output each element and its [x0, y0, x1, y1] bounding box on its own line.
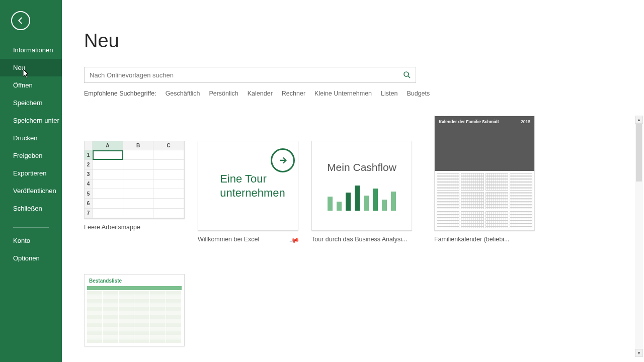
nav-schliessen[interactable]: Schließen: [0, 200, 62, 217]
template-blank-workbook[interactable]: A B C 1 2 3 4 5 6 7 Leere Arbeitsmappe: [84, 141, 185, 231]
back-arrow-icon: [16, 16, 25, 25]
template-inventory-list[interactable]: Bestandsliste: [84, 274, 185, 346]
suggested-link-3[interactable]: Rechner: [282, 90, 305, 97]
template-gallery: A B C 1 2 3 4 5 6 7 Leere Arbeitsmappe: [84, 116, 633, 357]
nav-oeffnen[interactable]: Öffnen: [0, 76, 62, 94]
tour-text: Eine Tourunternehmen: [211, 172, 285, 200]
template-label: Tour durch das Business Analysi...: [311, 236, 412, 243]
suggested-link-4[interactable]: Kleine Unternehmen: [314, 90, 372, 97]
template-thumb-inventory: Bestandsliste: [84, 274, 185, 346]
template-family-calendar[interactable]: Kalender der Familie Schmidt 2018 Famili…: [434, 116, 535, 231]
template-label: Familienkalender (beliebi...: [434, 236, 535, 243]
nav-veroeffentlichen[interactable]: Veröffentlichen: [0, 182, 62, 200]
nav-speichern[interactable]: Speichern: [0, 94, 62, 112]
scroll-thumb[interactable]: [636, 124, 642, 182]
suggested-link-0[interactable]: Geschäftlich: [166, 90, 200, 97]
nav-informationen[interactable]: Informationen: [0, 41, 62, 59]
suggested-label: Empfohlene Suchbegriffe:: [84, 90, 156, 97]
template-welcome-tour[interactable]: Eine Tourunternehmen Willkommen bei Exce…: [198, 141, 298, 231]
cash-title: Mein Cashflow: [327, 161, 396, 173]
vertical-scrollbar[interactable]: ▲ ▼: [635, 116, 643, 357]
svg-point-0: [404, 72, 409, 76]
template-label: Willkommen bei Excel: [198, 236, 291, 243]
template-thumb-cash: Mein Cashflow: [311, 141, 412, 231]
template-thumb-tour: Eine Tourunternehmen: [198, 141, 298, 231]
template-search-box[interactable]: [84, 67, 416, 83]
nav-speichern-unter[interactable]: Speichern unter: [0, 112, 62, 129]
backstage-sidebar: Informationen Neu Öffnen Speichern Speic…: [0, 0, 62, 362]
nav-konto[interactable]: Konto: [0, 232, 62, 249]
nav-exportieren[interactable]: Exportieren: [0, 164, 62, 182]
suggested-link-2[interactable]: Kalender: [248, 90, 273, 97]
suggested-link-5[interactable]: Listen: [381, 90, 397, 97]
nav-optionen[interactable]: Optionen: [0, 249, 62, 267]
nav-divider: [13, 227, 49, 228]
bar-chart-icon: [328, 180, 396, 211]
scroll-track[interactable]: [635, 124, 643, 349]
suggested-link-1[interactable]: Persönlich: [209, 90, 238, 97]
nav-neu[interactable]: Neu: [0, 59, 62, 76]
suggested-searches: Empfohlene Suchbegriffe: Geschäftlich Pe…: [84, 90, 644, 97]
template-label: Leere Arbeitsmappe: [84, 224, 185, 231]
template-cashflow-tour[interactable]: Mein Cashflow Tour durch das Business An…: [311, 141, 412, 231]
backstage-nav: Informationen Neu Öffnen Speichern Speic…: [0, 41, 62, 267]
scroll-up-button[interactable]: ▲: [635, 116, 643, 124]
page-title: Neu: [84, 30, 644, 52]
template-thumb-blank: A B C 1 2 3 4 5 6 7: [84, 141, 185, 219]
nav-drucken[interactable]: Drucken: [0, 129, 62, 147]
scroll-down-button[interactable]: ▼: [635, 349, 643, 357]
main-content: Neu Empfohlene Suchbegriffe: Geschäftlic…: [62, 0, 644, 362]
search-icon[interactable]: [403, 70, 412, 79]
search-input[interactable]: [90, 71, 403, 79]
nav-freigeben[interactable]: Freigeben: [0, 147, 62, 164]
back-button[interactable]: [11, 11, 30, 30]
arrow-circle-icon: [271, 148, 295, 172]
template-thumb-calendar: Kalender der Familie Schmidt 2018: [434, 116, 535, 231]
suggested-link-6[interactable]: Budgets: [407, 90, 430, 97]
